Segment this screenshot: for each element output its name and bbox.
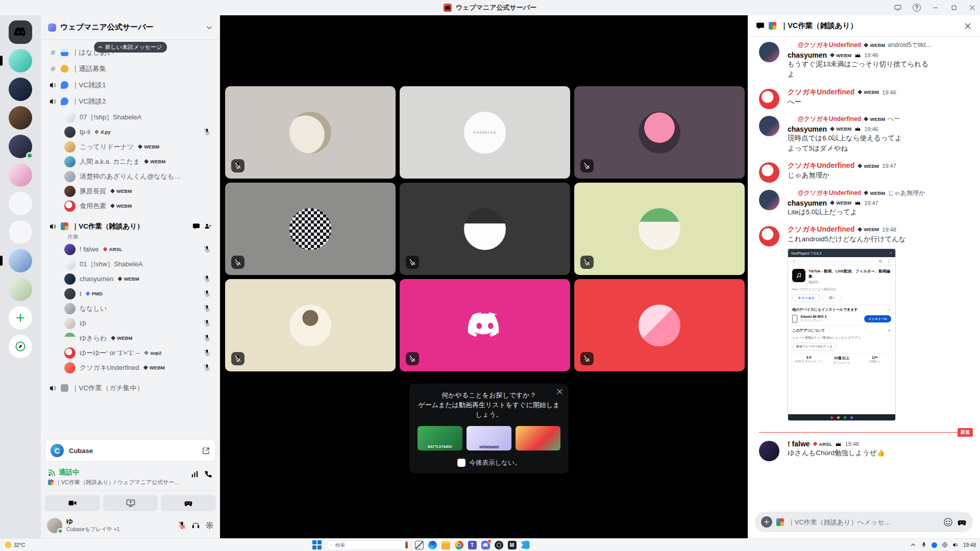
author-name[interactable]: chasyumen [788,199,827,207]
file-explorer-icon[interactable] [442,541,450,549]
video-tile[interactable] [225,86,396,179]
start-button[interactable] [312,540,322,549]
user-panel[interactable]: ゆ Cubaseをプレイ中 +1 [45,516,216,534]
avatar[interactable] [759,441,779,461]
server-icon[interactable] [9,278,32,301]
reply-context[interactable]: @クソガキUnderfined WEBM じゃあ無理か [788,189,973,197]
server-icon[interactable] [9,106,32,130]
discord-taskbar-icon[interactable] [481,541,490,549]
avatar[interactable] [759,226,779,246]
voice-member[interactable]: ゆきらわWEBM [45,331,216,345]
server-header[interactable]: ウェブマニア公式サーバー [41,15,220,40]
close-button[interactable] [969,4,976,11]
obs-icon[interactable] [495,541,503,549]
voice-member[interactable]: こってりドーナツWEBM [45,139,216,154]
close-chat-icon[interactable] [964,22,972,30]
edge-icon[interactable] [428,541,437,549]
server-icon[interactable] [9,135,32,158]
search-input[interactable] [335,542,402,548]
author-name[interactable]: chasyumen [788,125,827,133]
video-tile[interactable] [400,279,570,371]
voice-member[interactable]: ゆ [45,316,216,331]
channel-tsuuwa[interactable]: # ｜通話募集 [45,61,216,77]
open-activity-icon[interactable] [202,446,210,455]
avatar[interactable] [759,116,779,136]
clock[interactable]: 19:48 [963,542,976,548]
teams-icon[interactable]: T [468,541,477,549]
server-icon[interactable] [9,220,32,244]
activity-thumbnail-whiteboard[interactable]: whiteboard [467,426,511,450]
user-avatar[interactable] [47,518,62,533]
mic-muted-icon[interactable] [178,521,186,530]
headset-icon[interactable] [191,521,200,530]
activity-thumbnail-battletabs[interactable]: BATTLETABS! [418,426,462,450]
voice-member[interactable]: 豚原長賀WEBM [45,184,216,198]
vscode-icon[interactable] [521,541,530,549]
server-icon[interactable] [9,192,32,215]
server-icon[interactable] [9,78,32,101]
avatar[interactable] [759,190,779,210]
tray-mic-icon[interactable] [921,542,927,548]
task-view-icon[interactable] [415,541,424,549]
voice-member[interactable]: 07［!shp］ShabeleA [45,110,216,124]
call-location[interactable]: ｜VC作業（雑談あり）/ ウェブマニア公式サー… [56,479,180,486]
home-button[interactable] [9,20,32,44]
tray-chevron-up-icon[interactable] [910,542,916,548]
author-name[interactable]: クソガキUnderfined [788,88,854,97]
attach-plus-button[interactable] [761,516,772,528]
reply-context[interactable]: @クソガキUnderfined WEBM android5でtikt… [788,41,973,49]
maximize-button[interactable] [950,4,958,11]
attachment-screenshot[interactable]: NoxPlayer2 7.0.6.2 ⋮ TikTok - 動画、LIVE配信、… [788,248,896,421]
game-icon[interactable] [957,517,967,527]
voice-member[interactable]: ななしい [45,301,216,316]
invite-people-icon[interactable] [204,222,212,230]
volume-icon[interactable] [952,542,959,548]
help-button[interactable]: ? [913,4,921,12]
avatar[interactable] [759,42,779,62]
avatar[interactable] [759,162,779,183]
disconnect-call-icon[interactable] [204,470,213,479]
video-tile[interactable]: SHABELEA [400,86,570,179]
voice-member[interactable]: クソガキUnderfinedWEBM [45,360,216,375]
voice-member[interactable]: 食用色素WEBM [45,198,216,213]
screenshare-button[interactable] [103,495,158,511]
voice-member[interactable]: 人間 a.k.a. カニたまWEBM [45,154,216,169]
video-tile[interactable] [225,279,396,371]
add-server-button[interactable] [9,306,32,330]
dismiss-checkbox[interactable] [457,459,465,467]
screenshare-indicator-icon[interactable] [894,4,901,11]
camera-button[interactable] [45,495,100,511]
new-unread-pill[interactable]: 新しい未読メッセージ [94,42,167,53]
voice-member[interactable]: chasyumenWEBM [45,271,216,286]
medibang-icon[interactable]: M [508,541,517,549]
taskbar-weather[interactable]: 32°C [0,542,122,548]
voice-member[interactable]: 01［!shw］ShabeleA [45,257,216,271]
video-tile[interactable] [225,183,396,275]
server-icon[interactable] [9,163,32,187]
open-chat-icon[interactable] [192,222,200,230]
channel-vc-focus[interactable]: ｜VC作業（ガチ集中） [45,380,216,396]
voice-member[interactable]: ! falweARSL [45,242,216,257]
activity-thumbnail-game[interactable] [516,426,560,450]
tray-app-icon[interactable] [932,542,937,548]
server-icon[interactable] [9,49,32,72]
video-tile[interactable] [400,183,570,275]
taskbar-search[interactable] [326,540,410,550]
video-tile[interactable] [574,183,745,275]
activity-card[interactable]: C Cubase [45,439,216,462]
close-icon[interactable] [556,388,564,395]
voice-member[interactable]: tPMD [45,286,216,301]
author-name[interactable]: chasyumen [788,51,827,59]
channel-vc1[interactable]: ｜VC雑談1 [45,77,216,93]
minimize-button[interactable] [932,4,939,11]
message-input[interactable] [788,518,939,526]
network-icon[interactable] [942,542,948,548]
video-tile[interactable] [574,86,745,179]
gear-icon[interactable] [205,521,214,530]
avatar[interactable] [759,89,779,109]
author-name[interactable]: クソガキUnderfined [788,225,854,234]
activities-button[interactable] [161,495,216,511]
video-tile[interactable] [574,279,745,371]
channel-vc2[interactable]: ｜VC雑談2 [45,93,216,109]
reply-context[interactable]: @クソガキUnderfined WEBM へー [788,115,973,123]
